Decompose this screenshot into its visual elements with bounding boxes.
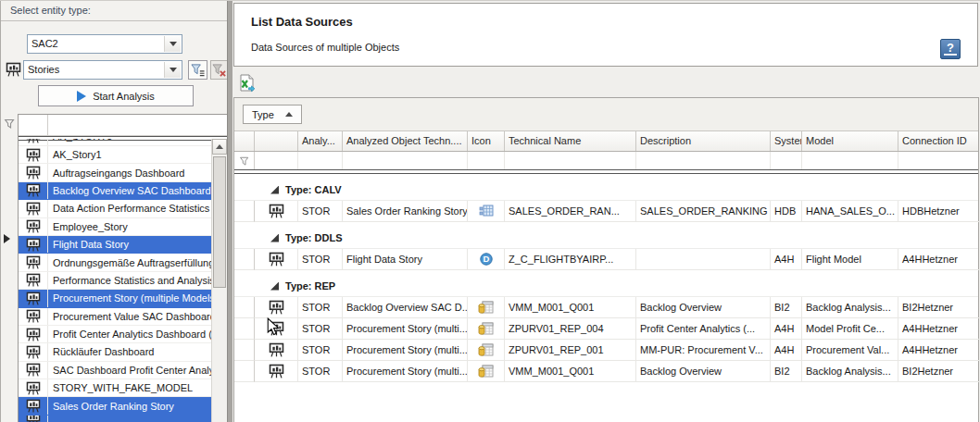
row-indicator-cell: [234, 297, 255, 318]
group-by-field-label: Type: [252, 109, 274, 120]
group-label: Type: REP: [285, 280, 335, 292]
list-item[interactable]: STORY_WITH_FAKE_MODEL: [19, 379, 211, 397]
chevron-down-icon: [170, 42, 177, 46]
list-item[interactable]: Backlog Overview SAC Dashboard: [19, 182, 211, 200]
column-header-technical-name[interactable]: Technical Name: [505, 131, 636, 151]
start-analysis-button[interactable]: Start Analysis: [38, 85, 194, 106]
table-row[interactable]: STOR Procurement Story (multi... ZPURV01…: [234, 318, 978, 340]
technical-name-cell: Z_C_FLIGHTBYAIRP...: [505, 249, 636, 270]
group-by-chip-type[interactable]: Type: [243, 105, 302, 124]
group-row-calv[interactable]: Type: CALV: [234, 180, 978, 201]
scrollbar-thumb[interactable]: [213, 156, 226, 288]
list-item[interactable]: SAC Dashboard Profit Center Analytic: [19, 362, 211, 379]
story-icon: [19, 139, 48, 145]
system-cell: HDB: [771, 201, 802, 222]
list-item[interactable]: Flight Data Story: [19, 236, 211, 254]
filter-cell-icon[interactable]: [19, 115, 48, 135]
column-header-icon[interactable]: Icon: [468, 131, 505, 151]
model-cell: Backlog Analysis...: [802, 361, 898, 382]
list-item[interactable]: Ordnungsgemäße Auftragserfüllung: [19, 254, 211, 271]
entity-type-dropdown[interactable]: SAC2: [27, 34, 182, 54]
filter-cell[interactable]: [468, 152, 505, 169]
collapse-group-icon[interactable]: [270, 234, 279, 242]
column-header-analyzed-object-technical[interactable]: Analyzed Object Techn....: [343, 131, 468, 151]
story-icon: [255, 361, 298, 382]
dropdown-arrow-button[interactable]: [164, 36, 181, 52]
group-row-rep[interactable]: Type: REP: [234, 276, 978, 297]
column-header-analyzed[interactable]: Analy...: [298, 131, 343, 151]
help-icon: ?: [947, 41, 954, 55]
export-to-excel-button[interactable]: [238, 74, 257, 93]
list-filter-row[interactable]: [19, 115, 227, 136]
list-item[interactable]: Procurement Value SAC Dashboard: [19, 308, 211, 326]
collapse-group-icon[interactable]: [270, 282, 279, 291]
list-item[interactable]: Performance Statistics and Analysis: [19, 272, 211, 290]
filter-icon: [191, 63, 205, 77]
filter-cell[interactable]: [255, 152, 298, 169]
column-header-description[interactable]: Description: [636, 131, 771, 151]
connection-id-cell: A4HHetzner: [898, 318, 980, 340]
analyzed-object-cell: Sales Order Ranking Story: [343, 201, 468, 222]
column-header-object-icon[interactable]: [255, 131, 298, 151]
story-icon: [19, 146, 48, 163]
list-item[interactable]: [19, 416, 211, 422]
description-cell: Profit Center Analytics (...: [636, 318, 771, 340]
list-item[interactable]: Profit Center Analytics Dashboard (Pr: [19, 326, 211, 343]
model-cell: HANA_SALES_O...: [802, 201, 898, 222]
row-indicator-cell: [234, 340, 255, 361]
column-header-connection-id[interactable]: Connection ID: [898, 131, 980, 151]
connection-id-cell: A4HHetzner: [898, 340, 980, 361]
story-icon: [19, 200, 48, 217]
entity-type-value: SAC2: [31, 38, 58, 49]
filter-cell[interactable]: [898, 152, 980, 169]
column-header-system[interactable]: System: [771, 131, 802, 151]
start-analysis-label: Start Analysis: [93, 91, 155, 102]
list-item[interactable]: Procurement Story (multiple Models): [19, 290, 211, 307]
dropdown-arrow-button[interactable]: [164, 62, 181, 78]
list-item[interactable]: AK_Story1: [19, 146, 211, 164]
analyzed-cell: STOR: [298, 318, 343, 340]
list-item[interactable]: AK_STORY5: [19, 139, 211, 146]
list-item[interactable]: Data Action Performance Statistics ar: [19, 200, 211, 217]
scrollbar-up-button[interactable]: [212, 139, 227, 155]
cds-view-icon: [468, 249, 505, 270]
table-row[interactable]: STOR Sales Order Ranking Story SALES_ORD…: [234, 201, 978, 222]
analyzed-cell: STOR: [298, 249, 343, 270]
filter-cell[interactable]: [343, 152, 468, 169]
story-icon: [19, 236, 48, 253]
entity-selection-panel: Select entity type: SAC2 Stories Start A…: [0, 1, 227, 422]
edit-filter-button[interactable]: [188, 60, 207, 80]
table-row[interactable]: STOR Procurement Story (multi... VMM_M00…: [234, 361, 978, 382]
collapse-group-icon[interactable]: [270, 186, 279, 194]
filter-cell[interactable]: [298, 152, 343, 169]
calc-view-icon: [468, 201, 505, 222]
list-item[interactable]: Auftragseingangs Dashboard: [19, 164, 211, 181]
list-item[interactable]: Employee_Story: [19, 218, 211, 236]
filter-cell[interactable]: [802, 152, 898, 169]
story-icon: [19, 254, 48, 270]
table-row[interactable]: STOR Flight Data Story Z_C_FLIGHTBYAIRP.…: [234, 249, 978, 270]
list-item[interactable]: Sales Order Ranking Story: [19, 397, 211, 415]
auto-filter-row: [234, 152, 978, 169]
filter-cell[interactable]: [505, 152, 636, 169]
analyzed-object-cell: Procurement Story (multi...: [343, 340, 468, 361]
query-icon: [468, 361, 505, 382]
column-header-model[interactable]: Model: [802, 131, 898, 151]
filter-cell[interactable]: [636, 152, 771, 169]
system-cell: BI2: [771, 361, 802, 382]
table-row[interactable]: STOR Procurement Story (multi... ZPURV01…: [234, 340, 978, 361]
play-icon: [77, 91, 86, 102]
technical-name-cell: VMM_M001_Q001: [505, 361, 636, 382]
object-type-dropdown[interactable]: Stories: [23, 60, 182, 80]
help-button[interactable]: ?: [940, 39, 961, 59]
filter-cell[interactable]: [771, 152, 802, 169]
filter-cell-name[interactable]: [48, 115, 227, 135]
table-row[interactable]: STOR Backlog Overview SAC D... VMM_M001_…: [234, 297, 978, 318]
clear-filter-button[interactable]: [210, 60, 228, 80]
description-cell: Backlog Overview: [636, 297, 771, 318]
excel-export-icon: [238, 74, 257, 93]
list-scrollbar[interactable]: [211, 139, 227, 422]
group-row-ddls[interactable]: Type: DDLS: [234, 228, 978, 249]
story-icon: [19, 290, 48, 306]
list-item[interactable]: Rückläufer Dashboard: [19, 343, 211, 361]
